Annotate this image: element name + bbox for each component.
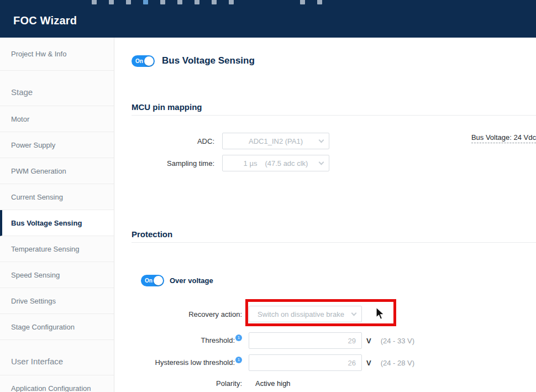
toolbar-icon-fragment xyxy=(126,0,131,4)
sampling-time-value: 1 µs xyxy=(244,159,258,168)
sidebar-item-current-sensing[interactable]: Current Sensing xyxy=(0,184,114,210)
sidebar-item-pwm-generation[interactable]: PWM Generation xyxy=(0,158,114,184)
hysteresis-label: Hysteresis low threshold:1 xyxy=(132,358,242,367)
over-voltage-row: On Over voltage xyxy=(141,274,536,286)
recovery-action-select[interactable]: Switch on dissipative brake xyxy=(249,306,362,322)
sidebar-item-temperature-sensing[interactable]: Temperature Sensing xyxy=(0,236,114,262)
hysteresis-range: (24 - 28 V) xyxy=(381,359,414,367)
sidebar-item-motor[interactable]: Motor xyxy=(0,106,114,132)
wizard-header: FOC Wizard xyxy=(0,0,536,38)
protection-heading: Protection xyxy=(132,229,536,243)
page-title: Bus Voltage Sensing xyxy=(162,55,255,66)
toolbar-icon-fragment xyxy=(229,0,234,4)
sidebar-item-drive-settings[interactable]: Drive Settings xyxy=(0,288,114,314)
toolbar-icon-fragment xyxy=(160,0,165,4)
threshold-range: (24 - 33 V) xyxy=(381,337,414,345)
chevron-down-icon xyxy=(319,138,324,143)
threshold-input[interactable] xyxy=(249,332,362,349)
sidebar-item-project-hw-info[interactable]: Project Hw & Info xyxy=(0,38,114,71)
toggle-state-label: On xyxy=(135,58,143,64)
toolbar-icon-fragment xyxy=(195,0,199,4)
recovery-action-label: Recovery action: xyxy=(132,310,242,318)
threshold-label-text: Threshold: xyxy=(201,336,235,344)
info-badge[interactable]: 1 xyxy=(235,357,242,363)
background-toolbar-fragments xyxy=(0,0,536,4)
hysteresis-row: Hysteresis low threshold:1 V (24 - 28 V) xyxy=(132,354,536,371)
bus-voltage-note[interactable]: Bus Voltage: 24 Vdc xyxy=(471,133,536,143)
sidebar-section-user-interface: User Interface xyxy=(0,340,114,375)
sampling-time-label: Sampling time: xyxy=(132,159,214,168)
threshold-row: Threshold:1 V (24 - 33 V) xyxy=(132,332,536,349)
wizard-sidebar: Project Hw & Info Stage Motor Power Supp… xyxy=(0,38,114,392)
polarity-label: Polarity: xyxy=(132,379,242,388)
toggle-state-label: On xyxy=(145,278,153,284)
sampling-time-row: Sampling time: 1 µs (47.5 adc clk) xyxy=(132,155,536,171)
hysteresis-label-text: Hysteresis low threshold: xyxy=(155,358,235,367)
mcu-pin-mapping-heading: MCU pin mapping xyxy=(132,102,536,116)
adc-select-value: ADC1_IN2 (PA1) xyxy=(249,137,303,145)
recovery-action-value: Switch on dissipative brake xyxy=(258,310,344,318)
info-badge[interactable]: 1 xyxy=(235,334,242,341)
toolbar-icon-fragment xyxy=(177,0,182,4)
toolbar-icon-fragment xyxy=(109,0,114,4)
bus-voltage-sensing-toggle[interactable]: On xyxy=(132,55,155,67)
toolbar-icon-fragment xyxy=(300,0,305,4)
page-head: On Bus Voltage Sensing xyxy=(132,53,536,69)
chevron-down-icon xyxy=(351,311,357,316)
hysteresis-input[interactable] xyxy=(249,354,362,371)
toolbar-icon-fragment xyxy=(317,0,322,4)
adc-select[interactable]: ADC1_IN2 (PA1) xyxy=(222,133,329,149)
sidebar-item-speed-sensing[interactable]: Speed Sensing xyxy=(0,262,114,288)
hysteresis-unit: V xyxy=(366,359,371,367)
sampling-time-select[interactable]: 1 µs (47.5 adc clk) xyxy=(222,155,329,171)
toolbar-icon-fragment xyxy=(212,0,217,4)
sidebar-section-stage: Stage xyxy=(0,71,114,106)
toolbar-icon-fragment xyxy=(143,0,148,4)
threshold-unit: V xyxy=(366,337,371,345)
toggle-knob xyxy=(144,56,154,66)
sampling-time-clk: (47.5 adc clk) xyxy=(265,159,308,168)
polarity-value: Active high xyxy=(255,379,291,388)
toolbar-icon-fragment xyxy=(92,0,97,4)
window-title: FOC Wizard xyxy=(13,14,77,27)
recovery-action-row: Recovery action: Switch on dissipative b… xyxy=(132,306,536,322)
sidebar-item-application-configuration[interactable]: Application Configuration xyxy=(0,375,114,392)
over-voltage-toggle[interactable]: On xyxy=(141,275,164,286)
toggle-knob xyxy=(154,276,163,285)
adc-label: ADC: xyxy=(132,137,214,145)
chevron-down-icon xyxy=(319,160,324,165)
threshold-label: Threshold:1 xyxy=(132,336,242,345)
polarity-row: Polarity: Active high xyxy=(132,378,536,389)
foc-wizard-window: FOC Wizard Project Hw & Info Stage Motor… xyxy=(0,0,536,392)
bus-voltage-sensing-panel: On Bus Voltage Sensing Bus Voltage: 24 V… xyxy=(115,38,536,392)
sidebar-item-power-supply[interactable]: Power Supply xyxy=(0,132,114,158)
over-voltage-label: Over voltage xyxy=(170,276,213,285)
sidebar-item-stage-configuration[interactable]: Stage Configuration xyxy=(0,314,114,340)
sidebar-item-bus-voltage-sensing[interactable]: Bus Voltage Sensing xyxy=(0,210,114,236)
